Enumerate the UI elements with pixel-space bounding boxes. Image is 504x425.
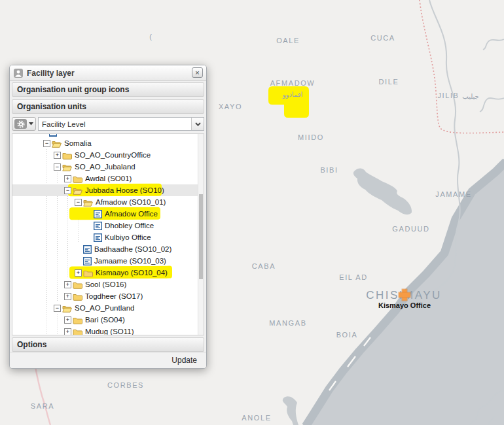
folder-icon: [73, 280, 82, 289]
collapse-node-icon[interactable]: −: [75, 199, 82, 206]
tree-elbow: [75, 246, 82, 253]
node-icon: [62, 304, 72, 313]
expand-node-icon[interactable]: +: [64, 328, 71, 335]
tree-item-label[interactable]: Dhobley Office: [105, 222, 154, 230]
chevron-down-icon: [195, 122, 201, 126]
node-icon: [83, 198, 93, 207]
tree-item-afmadow-office[interactable]: Afmadow Office: [14, 208, 197, 220]
node-icon: [62, 151, 72, 160]
map-place-label: (: [149, 33, 153, 41]
tree-item-kismaayo-so10-04-[interactable]: +Kismaayo (SO10_04): [14, 267, 197, 279]
tree-item-togdheer-so17-[interactable]: +Togdheer (SO17): [14, 290, 197, 302]
tree-elbow: [85, 222, 92, 230]
section-org-unit-group-icons[interactable]: Organisation unit group icons: [12, 82, 204, 97]
tree-item-jubbada-hoose-so10-[interactable]: −Jubbada Hoose (SO10): [14, 184, 197, 196]
map-place-label: BIBI: [320, 166, 338, 174]
tree-item-kulbiyo-office[interactable]: Kulbiyo Office: [14, 231, 197, 243]
collapse-node-icon[interactable]: −: [54, 163, 61, 171]
expand-node-icon[interactable]: +: [75, 269, 82, 277]
tree-item-jamaame-so10-03-[interactable]: Jamaame (SO10_03): [14, 255, 197, 267]
tree-item-bari-so04-[interactable]: +Bari (SO04): [14, 314, 197, 326]
tree-item-label[interactable]: Somalia: [64, 139, 92, 147]
tree-item-awdal-so01-[interactable]: +Awdal (SO01): [14, 173, 197, 184]
tree-item-badhaadhe-so10-02-[interactable]: Badhaadhe (SO10_02): [14, 243, 197, 255]
tree-item-label[interactable]: Afmadow (SO10_01): [96, 198, 166, 206]
combobox-value: Facility Level: [39, 120, 191, 128]
tree-item-label[interactable]: Kulbiyo Office: [105, 233, 151, 241]
update-button[interactable]: Update: [165, 354, 204, 366]
tree-item-label[interactable]: Awdal (SO01): [85, 175, 132, 182]
folder-icon: [73, 175, 82, 183]
dialog-titlebar[interactable]: Facility layer ×: [10, 65, 206, 81]
expand-node-icon[interactable]: +: [64, 175, 71, 182]
combobox-trigger[interactable]: [191, 118, 204, 130]
node-icon: [73, 316, 82, 324]
collapse-node-icon[interactable]: −: [43, 140, 50, 147]
tree-item-label[interactable]: Sool (SO16): [85, 280, 126, 288]
tree-item-label[interactable]: Afmadow Office: [105, 210, 158, 218]
tree-item-partial: [49, 134, 57, 137]
layer-person-icon: [14, 69, 23, 78]
node-icon: [83, 269, 93, 277]
tree-item-label[interactable]: Bari (SO04): [85, 316, 125, 324]
collapse-node-icon[interactable]: −: [64, 187, 71, 194]
map-place-label: GADUUD: [392, 225, 429, 233]
facility-label: Kismayo Office: [378, 301, 431, 309]
tree-item-dhobley-office[interactable]: Dhobley Office: [14, 220, 197, 231]
tree-item-label[interactable]: Mudug (SO11): [85, 328, 134, 335]
map-place-label: جيليب: [462, 93, 478, 100]
tree-item-label[interactable]: SO_AO_Jubaland: [75, 163, 135, 171]
leaf-icon: [94, 233, 102, 242]
map-place-label: افمادوو: [283, 91, 303, 98]
tree-item-sool-so16-[interactable]: +Sool (SO16): [14, 279, 197, 290]
tree-item-label[interactable]: Jubbada Hoose (SO10): [85, 186, 164, 194]
section-options[interactable]: Options: [12, 337, 204, 352]
folder-open-icon: [62, 304, 72, 313]
tree-item-label[interactable]: SO_AO_Puntland: [75, 304, 134, 312]
node-icon: [73, 292, 82, 301]
expand-node-icon[interactable]: +: [64, 316, 71, 324]
collapse-node-icon[interactable]: −: [54, 305, 61, 312]
leaf-icon: [83, 245, 92, 254]
tree-item-label[interactable]: Badhaadhe (SO10_02): [94, 245, 171, 253]
tree-item-mudug-so11-[interactable]: +Mudug (SO11): [14, 326, 197, 335]
dialog-title: Facility layer: [27, 69, 75, 78]
map-place-label: OALE: [276, 37, 300, 44]
map-place-label: AFMADOW: [270, 79, 315, 87]
tree-item-so-ao-puntland[interactable]: −SO_AO_Puntland: [14, 302, 197, 314]
leaf-icon: [94, 210, 102, 218]
tree-item-label[interactable]: Kismaayo (SO10_04): [96, 269, 168, 277]
tree-item-afmadow-so10-01-[interactable]: −Afmadow (SO10_01): [14, 196, 197, 208]
tree-item-so-ao-countryoffice[interactable]: +SO_AO_CountryOffice: [14, 149, 197, 161]
close-icon[interactable]: ×: [192, 67, 203, 78]
tree-settings-button[interactable]: [12, 117, 36, 131]
leaf-icon: [94, 222, 102, 230]
lake-shape: [353, 168, 412, 214]
tree-elbow: [75, 258, 82, 265]
tree-elbow: [85, 234, 92, 241]
folder-icon: [62, 151, 72, 160]
facility-marker-icon[interactable]: [399, 290, 410, 301]
facility-layer-dialog: Facility layer × Organisation unit group…: [9, 65, 207, 369]
tree-item-label[interactable]: Togdheer (SO17): [85, 292, 143, 300]
node-icon: [94, 222, 102, 230]
map-place-label: MANGAB: [269, 319, 306, 327]
selection-mode-combobox[interactable]: Facility Level: [38, 117, 204, 131]
tree-scrollbar[interactable]: [198, 134, 204, 335]
expand-node-icon[interactable]: +: [64, 281, 71, 288]
expand-node-icon[interactable]: +: [64, 293, 71, 300]
tree-item-label[interactable]: Jamaame (SO10_03): [94, 257, 166, 265]
expand-node-icon[interactable]: +: [54, 152, 61, 159]
map-place-label: SARA: [31, 402, 54, 410]
tree-item-so-ao-jubaland[interactable]: −SO_AO_Jubaland: [14, 161, 197, 173]
dropdown-arrow-icon: [29, 122, 33, 126]
tree-item-label[interactable]: SO_AO_CountryOffice: [75, 151, 151, 159]
map-place-label: CUCA: [370, 34, 395, 42]
map-place-label: EIL AD: [339, 273, 367, 281]
map-place-label: CABA: [252, 262, 276, 270]
tree-item-somalia[interactable]: −Somalia: [14, 137, 197, 149]
map-place-label: JILIB: [437, 92, 459, 99]
section-organisation-units[interactable]: Organisation units: [12, 99, 204, 114]
map-place-label: CORBES: [107, 381, 144, 389]
scrollbar-thumb[interactable]: [199, 194, 203, 279]
